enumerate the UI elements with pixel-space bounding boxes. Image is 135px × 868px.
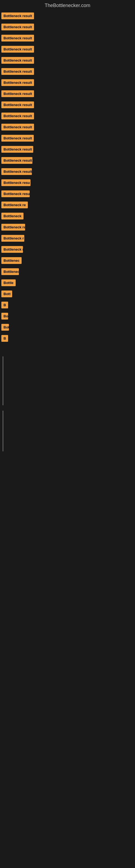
bottleneck-item: Bottleneck resu bbox=[1, 246, 134, 254]
bottleneck-badge[interactable]: Bottleneck result bbox=[1, 168, 32, 175]
bottleneck-badge[interactable]: Bottleneck result bbox=[1, 68, 34, 75]
bottleneck-badge[interactable]: Bottleneck result bbox=[1, 24, 34, 30]
bottleneck-item: Bottle bbox=[1, 279, 134, 287]
bottleneck-item: Bottleneck result bbox=[1, 190, 134, 198]
bottleneck-item: Bottleneck result bbox=[1, 168, 134, 176]
bottleneck-item: Bottlenec bbox=[1, 257, 134, 265]
bottleneck-badge[interactable]: Bottleneck bbox=[1, 213, 24, 219]
bottleneck-badge[interactable]: Bottleneck r bbox=[1, 235, 24, 242]
bottleneck-badge[interactable]: Bottleneck resu bbox=[1, 246, 23, 253]
bottleneck-item: Bottleneck result bbox=[1, 101, 134, 109]
bottleneck-item: Bottleneck result bbox=[1, 12, 134, 20]
bottleneck-badge[interactable]: Bottleneck result bbox=[1, 90, 34, 97]
bottleneck-badge[interactable]: Bottler bbox=[1, 324, 9, 331]
bottleneck-item: B bbox=[1, 302, 134, 310]
bottleneck-badge[interactable]: B bbox=[1, 335, 8, 342]
bottleneck-item: Bottleneck result bbox=[1, 135, 134, 143]
bottleneck-item: Bottleneck r bbox=[1, 235, 134, 243]
bottleneck-item: Bottleneck result bbox=[1, 46, 134, 54]
bottleneck-item: Bottler bbox=[1, 324, 134, 332]
bottleneck-badge[interactable]: Bo bbox=[1, 313, 8, 319]
bottleneck-item: Bottleneck re bbox=[1, 202, 134, 209]
chart-area bbox=[0, 351, 135, 405]
bottleneck-item: Bottleneck result bbox=[1, 124, 134, 131]
bottleneck-badge[interactable]: Bottleneck result bbox=[1, 157, 32, 164]
bottleneck-item: Bottleneck result bbox=[1, 90, 134, 98]
bottleneck-badge[interactable]: Bottleneck result bbox=[1, 12, 34, 19]
vertical-line-indicator bbox=[3, 356, 3, 405]
bottleneck-badge[interactable]: Bottleneck resu bbox=[1, 179, 31, 186]
bottom-line bbox=[3, 411, 3, 452]
bottleneck-item: Bottleneck resu bbox=[1, 179, 134, 187]
bottleneck-badge[interactable]: Bottleneck result bbox=[1, 113, 34, 119]
bottleneck-badge[interactable]: Bottleneck re bbox=[1, 202, 28, 208]
bottom-section bbox=[0, 411, 135, 452]
bottleneck-item: Bottleneck result bbox=[1, 79, 134, 87]
bottleneck-item: Bottleneck result bbox=[1, 113, 134, 120]
bottleneck-badge[interactable]: Bottleneck result bbox=[1, 46, 34, 53]
bottleneck-badge[interactable]: Bottle bbox=[1, 279, 16, 286]
bottleneck-badge[interactable]: Bottleneck result bbox=[1, 79, 34, 86]
bottleneck-badge[interactable]: Bottleneck result bbox=[1, 124, 34, 130]
site-title: TheBottlenecker.com bbox=[0, 0, 135, 12]
bottleneck-item: Bottleneck result bbox=[1, 57, 134, 65]
bottleneck-badge[interactable]: B bbox=[1, 302, 8, 308]
bottleneck-item: Bottleneck re bbox=[1, 224, 134, 231]
results-container: Bottleneck resultBottleneck resultBottle… bbox=[0, 12, 135, 343]
bottleneck-badge[interactable]: Bottleneck result bbox=[1, 135, 34, 142]
bottleneck-badge[interactable]: Bottlenec bbox=[1, 257, 21, 264]
bottleneck-badge[interactable]: Bottleneck result bbox=[1, 190, 30, 197]
bottleneck-item: Bottleneck result bbox=[1, 146, 134, 154]
bottleneck-badge[interactable]: Bottleneck result bbox=[1, 146, 33, 153]
bottleneck-item: Bo bbox=[1, 313, 134, 321]
bottleneck-item: Bottleneck r bbox=[1, 268, 134, 276]
bottleneck-item: Bottleneck result bbox=[1, 68, 134, 76]
bottleneck-badge[interactable]: Bottleneck result bbox=[1, 35, 34, 41]
bottleneck-item: Bottleneck result bbox=[1, 157, 134, 165]
bottleneck-badge[interactable]: Bottleneck result bbox=[1, 57, 34, 64]
bottleneck-item: B bbox=[1, 335, 134, 343]
bottleneck-item: Bottleneck result bbox=[1, 24, 134, 31]
bottleneck-badge[interactable]: Bottleneck result bbox=[1, 101, 34, 108]
bottleneck-badge[interactable]: Bottleneck r bbox=[1, 268, 19, 275]
bottleneck-item: Bottleneck bbox=[1, 213, 134, 220]
bottleneck-item: Bottleneck result bbox=[1, 35, 134, 42]
bottleneck-badge[interactable]: Bottleneck re bbox=[1, 224, 25, 230]
bottleneck-badge[interactable]: Bott bbox=[1, 290, 12, 297]
bottleneck-item: Bott bbox=[1, 290, 134, 299]
